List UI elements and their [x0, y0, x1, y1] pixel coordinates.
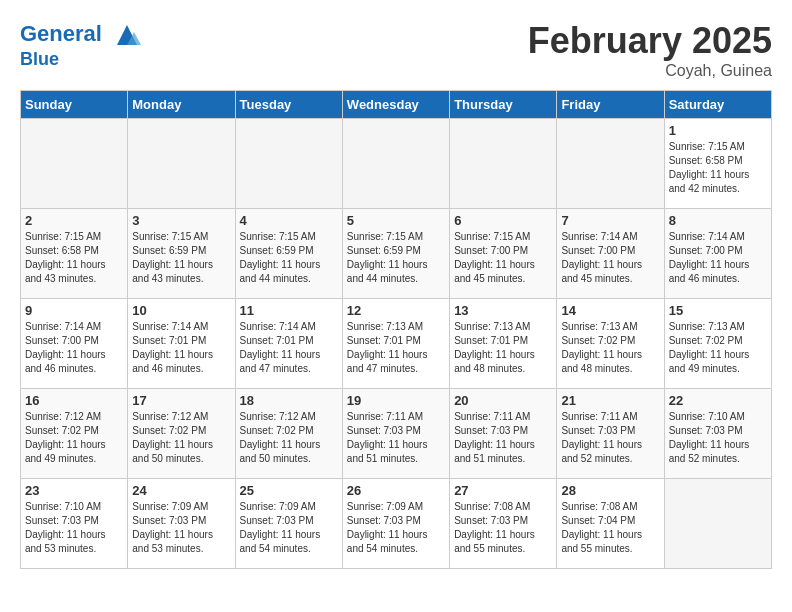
- calendar-cell: 18Sunrise: 7:12 AMSunset: 7:02 PMDayligh…: [235, 389, 342, 479]
- day-number: 25: [240, 483, 338, 498]
- calendar-cell: 16Sunrise: 7:12 AMSunset: 7:02 PMDayligh…: [21, 389, 128, 479]
- calendar-cell: 17Sunrise: 7:12 AMSunset: 7:02 PMDayligh…: [128, 389, 235, 479]
- day-info: Sunrise: 7:11 AMSunset: 7:03 PMDaylight:…: [454, 410, 552, 466]
- calendar-cell: 5Sunrise: 7:15 AMSunset: 6:59 PMDaylight…: [342, 209, 449, 299]
- calendar-cell: 13Sunrise: 7:13 AMSunset: 7:01 PMDayligh…: [450, 299, 557, 389]
- day-info: Sunrise: 7:10 AMSunset: 7:03 PMDaylight:…: [669, 410, 767, 466]
- day-number: 21: [561, 393, 659, 408]
- day-info: Sunrise: 7:15 AMSunset: 6:59 PMDaylight:…: [132, 230, 230, 286]
- calendar-week-row: 9Sunrise: 7:14 AMSunset: 7:00 PMDaylight…: [21, 299, 772, 389]
- day-number: 20: [454, 393, 552, 408]
- title-block: February 2025 Coyah, Guinea: [528, 20, 772, 80]
- calendar-header-thursday: Thursday: [450, 91, 557, 119]
- logo: General Blue: [20, 20, 142, 70]
- calendar-cell: 6Sunrise: 7:15 AMSunset: 7:00 PMDaylight…: [450, 209, 557, 299]
- day-info: Sunrise: 7:12 AMSunset: 7:02 PMDaylight:…: [240, 410, 338, 466]
- logo-blue: Blue: [20, 50, 142, 70]
- day-info: Sunrise: 7:13 AMSunset: 7:01 PMDaylight:…: [454, 320, 552, 376]
- calendar-cell: 8Sunrise: 7:14 AMSunset: 7:00 PMDaylight…: [664, 209, 771, 299]
- day-info: Sunrise: 7:12 AMSunset: 7:02 PMDaylight:…: [25, 410, 123, 466]
- calendar-cell: [21, 119, 128, 209]
- day-number: 16: [25, 393, 123, 408]
- day-number: 13: [454, 303, 552, 318]
- day-info: Sunrise: 7:09 AMSunset: 7:03 PMDaylight:…: [132, 500, 230, 556]
- day-number: 14: [561, 303, 659, 318]
- main-title: February 2025: [528, 20, 772, 62]
- day-number: 26: [347, 483, 445, 498]
- day-number: 18: [240, 393, 338, 408]
- day-info: Sunrise: 7:10 AMSunset: 7:03 PMDaylight:…: [25, 500, 123, 556]
- calendar-table: SundayMondayTuesdayWednesdayThursdayFrid…: [20, 90, 772, 569]
- calendar-week-row: 1Sunrise: 7:15 AMSunset: 6:58 PMDaylight…: [21, 119, 772, 209]
- day-number: 6: [454, 213, 552, 228]
- day-number: 10: [132, 303, 230, 318]
- logo-text: General: [20, 20, 142, 50]
- calendar-cell: 14Sunrise: 7:13 AMSunset: 7:02 PMDayligh…: [557, 299, 664, 389]
- logo-icon: [112, 20, 142, 50]
- day-number: 22: [669, 393, 767, 408]
- day-number: 24: [132, 483, 230, 498]
- day-info: Sunrise: 7:09 AMSunset: 7:03 PMDaylight:…: [347, 500, 445, 556]
- calendar-header-tuesday: Tuesday: [235, 91, 342, 119]
- day-info: Sunrise: 7:15 AMSunset: 7:00 PMDaylight:…: [454, 230, 552, 286]
- calendar-cell: 21Sunrise: 7:11 AMSunset: 7:03 PMDayligh…: [557, 389, 664, 479]
- day-number: 17: [132, 393, 230, 408]
- calendar-week-row: 23Sunrise: 7:10 AMSunset: 7:03 PMDayligh…: [21, 479, 772, 569]
- day-info: Sunrise: 7:14 AMSunset: 7:01 PMDaylight:…: [132, 320, 230, 376]
- calendar-header-row: SundayMondayTuesdayWednesdayThursdayFrid…: [21, 91, 772, 119]
- day-number: 19: [347, 393, 445, 408]
- calendar-cell: [450, 119, 557, 209]
- day-info: Sunrise: 7:13 AMSunset: 7:02 PMDaylight:…: [669, 320, 767, 376]
- calendar-cell: [128, 119, 235, 209]
- day-number: 2: [25, 213, 123, 228]
- calendar-cell: 7Sunrise: 7:14 AMSunset: 7:00 PMDaylight…: [557, 209, 664, 299]
- logo-general: General: [20, 21, 102, 46]
- calendar-cell: 25Sunrise: 7:09 AMSunset: 7:03 PMDayligh…: [235, 479, 342, 569]
- day-number: 23: [25, 483, 123, 498]
- day-info: Sunrise: 7:09 AMSunset: 7:03 PMDaylight:…: [240, 500, 338, 556]
- day-number: 11: [240, 303, 338, 318]
- day-info: Sunrise: 7:15 AMSunset: 6:58 PMDaylight:…: [669, 140, 767, 196]
- calendar-cell: 27Sunrise: 7:08 AMSunset: 7:03 PMDayligh…: [450, 479, 557, 569]
- day-info: Sunrise: 7:15 AMSunset: 6:59 PMDaylight:…: [240, 230, 338, 286]
- calendar-week-row: 2Sunrise: 7:15 AMSunset: 6:58 PMDaylight…: [21, 209, 772, 299]
- calendar-cell: 10Sunrise: 7:14 AMSunset: 7:01 PMDayligh…: [128, 299, 235, 389]
- calendar-cell: 2Sunrise: 7:15 AMSunset: 6:58 PMDaylight…: [21, 209, 128, 299]
- calendar-header-sunday: Sunday: [21, 91, 128, 119]
- day-number: 28: [561, 483, 659, 498]
- day-number: 9: [25, 303, 123, 318]
- subtitle: Coyah, Guinea: [528, 62, 772, 80]
- day-number: 7: [561, 213, 659, 228]
- calendar-cell: 26Sunrise: 7:09 AMSunset: 7:03 PMDayligh…: [342, 479, 449, 569]
- calendar-cell: 22Sunrise: 7:10 AMSunset: 7:03 PMDayligh…: [664, 389, 771, 479]
- day-info: Sunrise: 7:15 AMSunset: 6:58 PMDaylight:…: [25, 230, 123, 286]
- day-number: 8: [669, 213, 767, 228]
- day-info: Sunrise: 7:13 AMSunset: 7:01 PMDaylight:…: [347, 320, 445, 376]
- day-info: Sunrise: 7:08 AMSunset: 7:04 PMDaylight:…: [561, 500, 659, 556]
- day-number: 1: [669, 123, 767, 138]
- calendar-header-monday: Monday: [128, 91, 235, 119]
- day-number: 3: [132, 213, 230, 228]
- calendar-cell: 23Sunrise: 7:10 AMSunset: 7:03 PMDayligh…: [21, 479, 128, 569]
- calendar-cell: 20Sunrise: 7:11 AMSunset: 7:03 PMDayligh…: [450, 389, 557, 479]
- calendar-cell: 3Sunrise: 7:15 AMSunset: 6:59 PMDaylight…: [128, 209, 235, 299]
- day-info: Sunrise: 7:13 AMSunset: 7:02 PMDaylight:…: [561, 320, 659, 376]
- calendar-cell: [664, 479, 771, 569]
- calendar-cell: 1Sunrise: 7:15 AMSunset: 6:58 PMDaylight…: [664, 119, 771, 209]
- day-number: 15: [669, 303, 767, 318]
- day-info: Sunrise: 7:14 AMSunset: 7:00 PMDaylight:…: [25, 320, 123, 376]
- day-info: Sunrise: 7:12 AMSunset: 7:02 PMDaylight:…: [132, 410, 230, 466]
- day-info: Sunrise: 7:14 AMSunset: 7:01 PMDaylight:…: [240, 320, 338, 376]
- day-info: Sunrise: 7:14 AMSunset: 7:00 PMDaylight:…: [561, 230, 659, 286]
- day-number: 5: [347, 213, 445, 228]
- calendar-cell: 19Sunrise: 7:11 AMSunset: 7:03 PMDayligh…: [342, 389, 449, 479]
- calendar-header-friday: Friday: [557, 91, 664, 119]
- day-number: 12: [347, 303, 445, 318]
- calendar-cell: 15Sunrise: 7:13 AMSunset: 7:02 PMDayligh…: [664, 299, 771, 389]
- day-number: 4: [240, 213, 338, 228]
- calendar-week-row: 16Sunrise: 7:12 AMSunset: 7:02 PMDayligh…: [21, 389, 772, 479]
- calendar-cell: [342, 119, 449, 209]
- calendar-cell: 28Sunrise: 7:08 AMSunset: 7:04 PMDayligh…: [557, 479, 664, 569]
- day-info: Sunrise: 7:11 AMSunset: 7:03 PMDaylight:…: [347, 410, 445, 466]
- calendar-cell: 9Sunrise: 7:14 AMSunset: 7:00 PMDaylight…: [21, 299, 128, 389]
